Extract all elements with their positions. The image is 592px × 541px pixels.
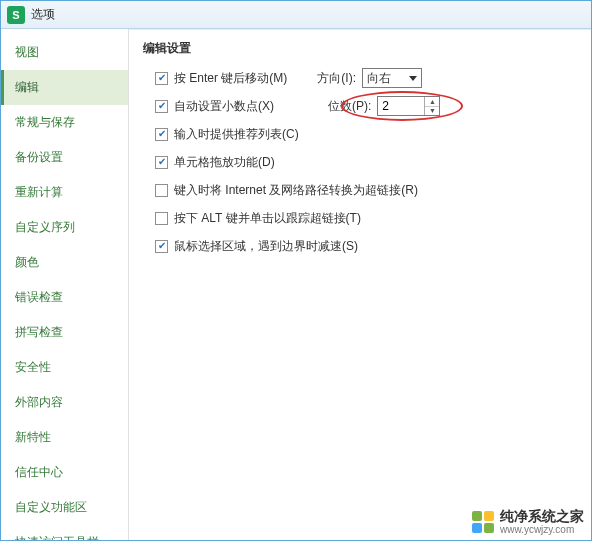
- sidebar-item-color[interactable]: 颜色: [1, 245, 128, 280]
- sidebar-item-custom-list[interactable]: 自定义序列: [1, 210, 128, 245]
- section-title: 编辑设置: [143, 40, 577, 57]
- sidebar-item-external[interactable]: 外部内容: [1, 385, 128, 420]
- watermark-logo-icon: [472, 511, 494, 533]
- sidebar-item-view[interactable]: 视图: [1, 35, 128, 70]
- sidebar-item-backup[interactable]: 备份设置: [1, 140, 128, 175]
- titlebar: S 选项: [1, 1, 591, 29]
- checkbox-enter-move[interactable]: [155, 72, 168, 85]
- sidebar-item-error-check[interactable]: 错误检查: [1, 280, 128, 315]
- input-digits[interactable]: [378, 97, 424, 115]
- spinner-down-icon[interactable]: ▼: [425, 106, 439, 116]
- label-digits: 位数(P):: [328, 98, 371, 115]
- checkbox-suggest-list[interactable]: [155, 128, 168, 141]
- label-auto-decimal: 自动设置小数点(X): [174, 98, 274, 115]
- sidebar-item-security[interactable]: 安全性: [1, 350, 128, 385]
- checkbox-edge-slowdown[interactable]: [155, 240, 168, 253]
- sidebar-item-new-features[interactable]: 新特性: [1, 420, 128, 455]
- app-icon: S: [7, 6, 25, 24]
- label-enter-move: 按 Enter 键后移动(M): [174, 70, 287, 87]
- sidebar-item-quick-access[interactable]: 快速访问工具栏: [1, 525, 128, 540]
- sidebar-item-custom-ribbon[interactable]: 自定义功能区: [1, 490, 128, 525]
- chevron-down-icon: [409, 76, 417, 81]
- label-alt-click-link: 按下 ALT 键并单击以跟踪超链接(T): [174, 210, 361, 227]
- sidebar-item-edit[interactable]: 编辑: [1, 70, 128, 105]
- label-internet-hyperlink: 键入时将 Internet 及网络路径转换为超链接(R): [174, 182, 418, 199]
- watermark-brand: 纯净系统之家: [500, 508, 584, 524]
- main-panel: 编辑设置 按 Enter 键后移动(M) 方向(I): 向右 自动设置小数点(X…: [129, 29, 591, 540]
- sidebar: 视图 编辑 常规与保存 备份设置 重新计算 自定义序列 颜色 错误检查 拼写检查…: [1, 29, 129, 540]
- select-direction[interactable]: 向右: [362, 68, 422, 88]
- spinner-digits[interactable]: ▲ ▼: [377, 96, 440, 116]
- sidebar-item-recalc[interactable]: 重新计算: [1, 175, 128, 210]
- checkbox-internet-hyperlink[interactable]: [155, 184, 168, 197]
- checkbox-auto-decimal[interactable]: [155, 100, 168, 113]
- label-suggest-list: 输入时提供推荐列表(C): [174, 126, 299, 143]
- checkbox-cell-drag[interactable]: [155, 156, 168, 169]
- sidebar-item-spell-check[interactable]: 拼写检查: [1, 315, 128, 350]
- sidebar-item-general-save[interactable]: 常规与保存: [1, 105, 128, 140]
- spinner-up-icon[interactable]: ▲: [425, 97, 439, 106]
- label-cell-drag: 单元格拖放功能(D): [174, 154, 275, 171]
- label-direction: 方向(I):: [317, 70, 356, 87]
- sidebar-item-trust-center[interactable]: 信任中心: [1, 455, 128, 490]
- select-direction-value: 向右: [367, 70, 391, 87]
- watermark-url: www.ycwjzy.com: [500, 524, 584, 535]
- label-edge-slowdown: 鼠标选择区域，遇到边界时减速(S): [174, 238, 358, 255]
- watermark: 纯净系统之家 www.ycwjzy.com: [472, 508, 584, 535]
- checkbox-alt-click-link[interactable]: [155, 212, 168, 225]
- window-title: 选项: [31, 6, 55, 23]
